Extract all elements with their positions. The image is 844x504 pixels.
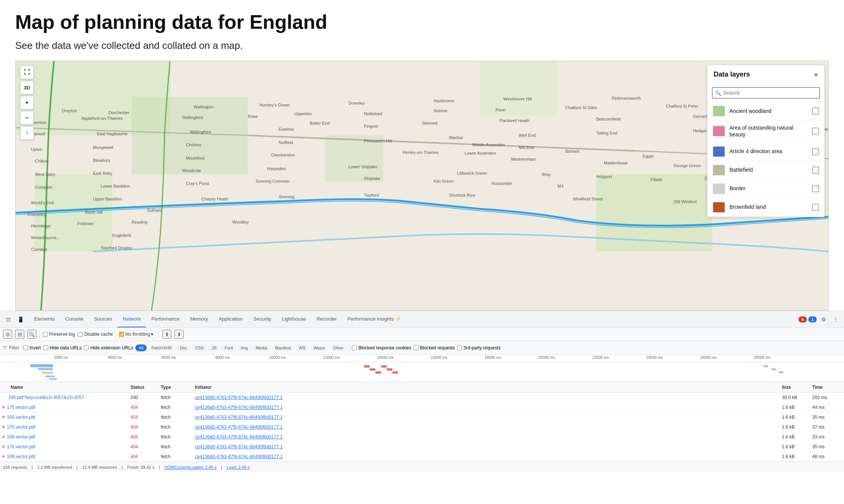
invert-checkbox[interactable] — [23, 345, 28, 350]
filter-button[interactable]: ⊟ — [15, 330, 24, 339]
table-row-4[interactable]: ✕ 169.vector.pbf 404 fetch ce4136d0-4763… — [0, 432, 844, 442]
finish-time: Finish: 28.42 s — [127, 465, 155, 470]
throttling-dropdown[interactable]: 📶 No throttling ▾ — [116, 330, 156, 338]
tab-recorder[interactable]: Recorder — [311, 311, 342, 327]
tab-memory[interactable]: Memory — [185, 311, 213, 327]
layer-checkbox-4[interactable] — [812, 185, 819, 192]
filter-type-doc[interactable]: Doc — [176, 344, 191, 351]
svg-text:East Ilsley: East Ilsley — [93, 171, 113, 176]
filter-type-fetch/xhr[interactable]: Fetch/XHR — [148, 344, 175, 351]
column-name[interactable]: Name — [2, 385, 130, 390]
blocked-requests-checkbox[interactable] — [414, 345, 419, 350]
disable-cache-label[interactable]: Disable cache — [78, 332, 113, 337]
tab-console[interactable]: Console — [60, 311, 89, 327]
file-link-6[interactable]: 169.vector.pbf — [7, 454, 35, 459]
hide-data-urls-label[interactable]: Hide data URLs — [43, 345, 82, 351]
filter-type-manifest[interactable]: Manifest — [272, 344, 295, 351]
blocked-cookies-label[interactable]: Blocked response cookies — [352, 345, 411, 351]
layer-name-3: Battlefield — [729, 166, 808, 173]
file-link-3[interactable]: 170.vector.pbf — [7, 424, 35, 430]
file-link-0[interactable]: 295.pbf?key=null&s3=3057&s3=3057 — [8, 395, 84, 400]
filter-type-all[interactable]: All — [135, 344, 147, 351]
blocked-requests-label[interactable]: Blocked requests — [414, 345, 455, 351]
td-initiator-3[interactable]: ce4136d0-4763-47f9-874c-66490f6d3177:1 — [195, 424, 782, 430]
map-container[interactable]: Drayton Dorchester Watlington Horsley's … — [15, 61, 829, 311]
compass-button[interactable]: ↑ — [20, 126, 34, 140]
td-initiator-2[interactable]: ce4136d0-4763-47f9-874c-66490f6d3177:1 — [195, 415, 782, 420]
layer-item-2: Article 4 direction area — [708, 142, 824, 161]
hide-ext-urls-checkbox[interactable] — [84, 345, 89, 350]
hide-data-urls-checkbox[interactable] — [43, 345, 48, 350]
file-link-1[interactable]: 170.vector.pbf — [7, 405, 35, 410]
filter-type-media[interactable]: Media — [253, 344, 271, 351]
td-initiator-0[interactable]: ce4136d0-4763-47f9-874c-66490f6d3177:1 — [195, 395, 782, 400]
zoom-out-button[interactable]: − — [20, 111, 34, 125]
layer-checkbox-5[interactable] — [812, 204, 819, 211]
svg-text:Burnt Hill: Burnt Hill — [85, 210, 103, 214]
td-initiator-1[interactable]: ce4136d0-4763-47f9-874c-66490f6d3177:1 — [195, 405, 782, 410]
tab-perf-insights[interactable]: Performance insights ⚡ — [342, 311, 406, 327]
column-time[interactable]: Time — [812, 385, 842, 390]
disable-cache-checkbox[interactable] — [78, 332, 83, 337]
fullscreen-button[interactable]: ⛶ — [20, 66, 34, 79]
filter-type-wasm[interactable]: Wasm — [310, 344, 329, 351]
table-row-0[interactable]: 295.pbf?key=null&s3=3057&s3=3057 200 fet… — [0, 393, 844, 402]
filter-type-ws[interactable]: WS — [295, 344, 309, 351]
data-layers-search-input[interactable] — [712, 87, 820, 99]
tab-application[interactable]: Application — [213, 311, 248, 327]
download-har-button[interactable]: ⬇ — [174, 330, 184, 339]
column-status[interactable]: Status — [130, 385, 161, 390]
svg-text:Tatling End: Tatling End — [596, 131, 617, 135]
tab-lighthouse[interactable]: Lighthouse — [276, 311, 311, 327]
load-link[interactable]: Load: 2.45 s — [227, 465, 250, 470]
separator: | — [32, 465, 33, 470]
inspect-element-button[interactable]: ⊡ — [3, 314, 14, 325]
td-initiator-5[interactable]: ce4136d0-4763-47f9-874c-66490f6d3177:1 — [195, 444, 782, 449]
table-row-1[interactable]: ✕ 170.vector.pbf 404 fetch ce4136d0-4763… — [0, 402, 844, 412]
settings-button[interactable]: ⚙ — [818, 314, 829, 325]
dom-content-loaded-link[interactable]: DOMContentLoaded: 2.45 s — [165, 465, 216, 470]
tab-sources[interactable]: Sources — [89, 311, 118, 327]
table-row-3[interactable]: ✕ 170.vector.pbf 404 fetch ce4136d0-4763… — [0, 422, 844, 432]
layer-checkbox-3[interactable] — [812, 167, 819, 174]
blocked-cookies-checkbox[interactable] — [352, 345, 357, 350]
td-initiator-6[interactable]: ce4136d0-4763-47f9-874c-66490f6d3177:1 — [195, 454, 782, 459]
device-toolbar-button[interactable]: 📱 — [15, 314, 26, 325]
table-row-2[interactable]: ✕ 169.vector.pbf 404 fetch ce4136d0-4763… — [0, 412, 844, 422]
layer-checkbox-1[interactable] — [812, 128, 819, 135]
td-initiator-4[interactable]: ce4136d0-4763-47f9-874c-66490f6d3177:1 — [195, 434, 782, 440]
zoom-in-button[interactable]: + — [20, 96, 34, 110]
3d-button[interactable]: 3D — [20, 81, 34, 94]
table-row-5[interactable]: ✕ 170.vector.pbf 404 fetch ce4136d0-4763… — [0, 442, 844, 452]
svg-text:Medmenham: Medmenham — [511, 157, 536, 161]
file-link-2[interactable]: 169.vector.pbf — [7, 415, 35, 420]
layer-checkbox-0[interactable] — [812, 108, 819, 114]
data-layers-close-button[interactable]: × — [814, 71, 818, 78]
tab-network[interactable]: Network — [118, 311, 146, 327]
third-party-label[interactable]: 3rd-party requests — [457, 345, 500, 351]
file-link-4[interactable]: 169.vector.pbf — [7, 434, 35, 440]
tab-security[interactable]: Security — [248, 311, 276, 327]
layer-checkbox-2[interactable] — [812, 148, 819, 155]
filter-type-font[interactable]: Font — [221, 344, 236, 351]
more-options-button[interactable]: ⋮ — [830, 314, 841, 325]
hide-ext-urls-label[interactable]: Hide extension URLs — [84, 345, 133, 351]
filter-type-other[interactable]: Other — [330, 344, 347, 351]
preserve-log-checkbox[interactable] — [43, 332, 48, 337]
filter-type-img[interactable]: Img — [237, 344, 251, 351]
filter-type-js[interactable]: JS — [208, 344, 220, 351]
column-size[interactable]: Size — [782, 385, 812, 390]
filter-type-css[interactable]: CSS — [192, 344, 207, 351]
clear-network-log-button[interactable]: ⊘ — [3, 330, 12, 339]
table-row-6[interactable]: ✕ 169.vector.pbf 404 fetch ce4136d0-4763… — [0, 452, 844, 462]
preserve-log-label[interactable]: Preserve log — [43, 332, 75, 337]
tab-elements[interactable]: Elements — [29, 311, 60, 327]
column-type[interactable]: Type — [161, 385, 195, 390]
column-initiator[interactable]: Initiator — [195, 385, 782, 390]
third-party-checkbox[interactable] — [457, 345, 462, 350]
file-link-5[interactable]: 170.vector.pbf — [7, 444, 35, 449]
invert-label[interactable]: Invert — [23, 345, 41, 351]
search-network-button[interactable]: 🔍 — [27, 330, 36, 339]
upload-har-button[interactable]: ⬆ — [162, 330, 171, 339]
tab-performance[interactable]: Performance — [146, 311, 185, 327]
